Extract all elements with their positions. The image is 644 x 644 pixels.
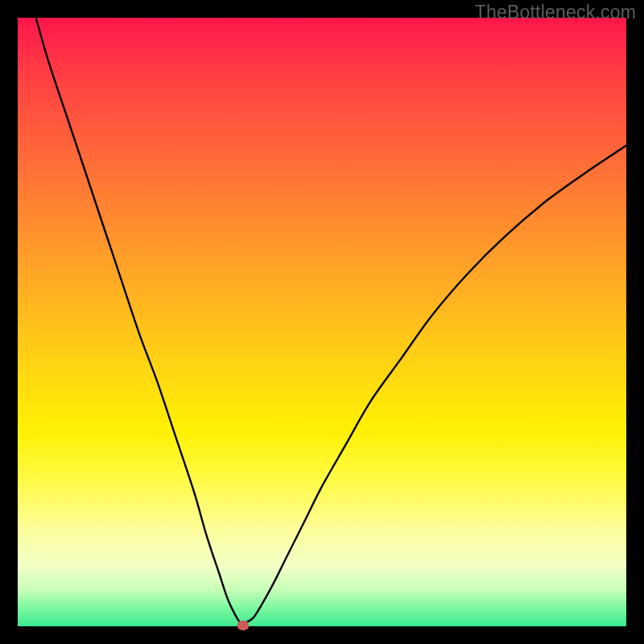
minimum-point-marker (237, 621, 249, 630)
bottleneck-curve (0, 0, 644, 644)
